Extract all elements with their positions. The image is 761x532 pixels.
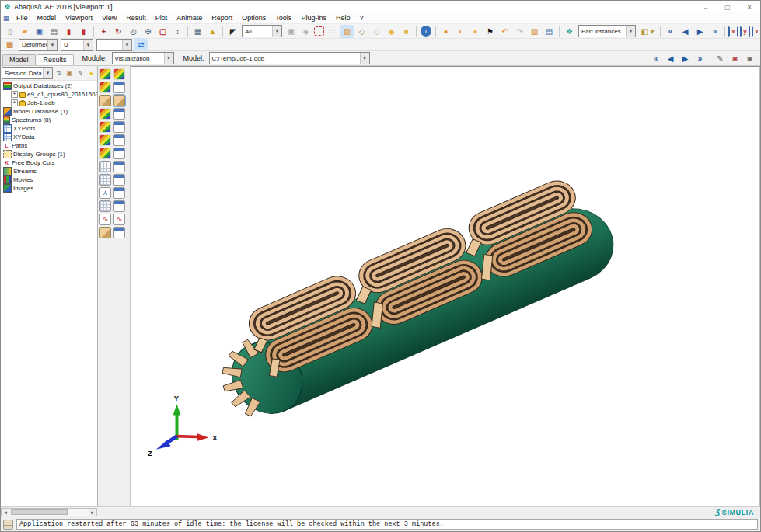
tree-free-body-cuts[interactable]: KFree Body Cuts [1, 158, 97, 167]
record-animation-icon[interactable]: ◙ [728, 52, 742, 65]
color-code-icon[interactable]: ▧ [340, 25, 354, 38]
tree-xyplots[interactable]: XYPlots [1, 124, 97, 133]
print-icon[interactable]: ▤ [47, 25, 61, 38]
tree-odb-job-1[interactable]: +Job-1.odb [1, 99, 97, 107]
tab-results[interactable]: Results [37, 54, 74, 65]
color-mappings-combo[interactable]: Part instances▼ [578, 25, 636, 37]
measure-icon[interactable]: ▲ [206, 25, 219, 38]
first-frame-icon[interactable]: « [649, 52, 662, 65]
toolbox-free-body-cut-manager[interactable] [99, 227, 111, 238]
toolbox-xy-data-manager[interactable] [113, 200, 125, 212]
toolbox-harmonic-options[interactable] [113, 161, 125, 172]
tree-output-databases[interactable]: Output Databases (2) [1, 82, 97, 90]
menu-options[interactable]: Options [237, 14, 271, 22]
chevron-down-icon[interactable]: ▼ [164, 53, 173, 64]
menu-help[interactable]: Help [331, 14, 355, 22]
viewport-canvas[interactable]: Y X Z [131, 66, 760, 506]
toolbox-result-options[interactable] [113, 174, 125, 186]
chevron-down-icon[interactable]: ▼ [122, 40, 131, 50]
previous-frame-icon[interactable]: ◀ [679, 25, 692, 38]
expander-icon[interactable]: + [11, 91, 18, 98]
query-info-icon[interactable]: i [421, 26, 431, 37]
tree-paths[interactable]: LPaths [1, 141, 97, 150]
scroll-left-icon[interactable]: ◂ [2, 509, 9, 516]
pan-view-icon[interactable]: + [97, 25, 110, 38]
edit-tree-icon[interactable]: ✎ [75, 68, 86, 78]
select-cursor-icon[interactable]: ◤ [226, 25, 239, 38]
toolbox-plot-contours[interactable] [99, 95, 111, 106]
snapshot-icon[interactable]: ◙ [743, 52, 756, 65]
menu-result[interactable]: Result [121, 14, 151, 22]
highlight-selections-icon[interactable]: ∷ [326, 25, 339, 38]
menu-animate[interactable]: Animate [172, 14, 207, 22]
field-output-icon[interactable]: ▩ [3, 38, 16, 51]
next-frame-icon[interactable]: ▶ [679, 52, 692, 65]
tree-streams[interactable]: Streams [1, 167, 97, 176]
chevron-down-icon[interactable]: ▼ [360, 53, 369, 64]
tree-display-groups[interactable]: Display Groups (1) [1, 150, 97, 158]
primary-variable-combo[interactable]: U▼ [61, 39, 93, 51]
apply-back-view-icon[interactable]: y [740, 26, 750, 37]
plot-state-combo[interactable]: Deformed▼ [19, 39, 58, 51]
toolbox-superimpose-options[interactable] [113, 82, 125, 93]
last-frame-icon[interactable]: » [708, 25, 721, 38]
toolbox-plot-undeformed-shape[interactable] [99, 68, 111, 80]
scrollbar-track[interactable] [9, 509, 89, 516]
toolbox-animate-time-history[interactable] [99, 148, 111, 159]
chevron-down-icon[interactable]: ▼ [43, 68, 52, 78]
fit-view-icon[interactable]: ▢ [156, 25, 169, 38]
tab-model[interactable]: Model [2, 54, 36, 65]
toolbox-contour-options[interactable] [113, 95, 125, 106]
tree-odb-e9-c1-cpus80[interactable]: +e9_c1_cpus80_20161563998183.248.odb [1, 90, 97, 99]
toolbox-time-history-options[interactable] [113, 148, 125, 159]
first-frame-icon[interactable]: « [664, 25, 677, 38]
magnify-icon[interactable]: ⊕ [141, 25, 155, 38]
copy-tree-icon[interactable]: ▣ [65, 68, 75, 78]
toolbox-path-manager[interactable]: ∿ [113, 214, 125, 225]
new-file-icon[interactable]: ▯ [3, 25, 16, 38]
toolbox-plot-deformed-shape[interactable] [99, 82, 111, 93]
tips-lightbulb-icon[interactable]: ● [86, 68, 96, 78]
create-display-group-icon[interactable]: ▧ [528, 25, 541, 38]
chevron-down-icon[interactable]: ▼ [626, 26, 635, 37]
color-cube-icon[interactable]: ◧ ▾ [638, 25, 657, 38]
select-inside-icon[interactable]: ◈ [299, 25, 312, 38]
display-group-manager-icon[interactable]: ▤ [543, 25, 556, 38]
module-combo[interactable]: Visualization ▼ [112, 52, 174, 64]
tree-spectrums[interactable]: Spectrums (8) [1, 116, 97, 124]
tree-scope-combo[interactable]: Session Data ▼ [2, 67, 53, 79]
tree-xydata[interactable]: XYData [1, 133, 97, 141]
menu-report[interactable]: Report [207, 14, 237, 22]
unmount-odb-icon[interactable]: ▮ [77, 25, 90, 38]
menu-model[interactable]: Model [33, 14, 61, 22]
toolbox-symbol-options[interactable] [113, 108, 125, 120]
menu-context-help[interactable]: ? [354, 14, 368, 22]
render-filled-icon[interactable]: ■ [400, 25, 413, 38]
toolbox-orientation-options[interactable] [113, 121, 125, 133]
menu-viewport[interactable]: Viewport [61, 14, 97, 22]
sync-viewports-icon[interactable]: ⇄ [134, 38, 148, 51]
rotate-view-icon[interactable]: ↻ [112, 25, 125, 38]
contour-small-icon[interactable]: ● [469, 25, 482, 38]
toolbox-animate-harmonic[interactable] [99, 161, 111, 172]
probe-values-icon[interactable]: ⚑ [483, 25, 497, 38]
toolbox-field-report-options[interactable] [113, 227, 125, 238]
expander-icon[interactable]: + [11, 99, 18, 106]
render-wireframe-icon[interactable]: ◇ [355, 25, 368, 38]
selection-filter-combo[interactable]: All▼ [242, 25, 282, 37]
select-from-all-icon[interactable]: ▣ [285, 25, 298, 38]
toolbox-common-plot-options[interactable] [113, 68, 125, 80]
annotate-icon[interactable]: ✎ [714, 52, 727, 65]
toolbox-plot-material-orientations[interactable] [99, 121, 111, 133]
menu-file[interactable]: File [12, 14, 33, 22]
cycle-results-icon[interactable]: ⇅ [54, 68, 64, 78]
toolbox-odb-display-options[interactable] [113, 187, 125, 199]
render-shaded-icon[interactable]: ◆ [385, 25, 398, 38]
zoom-dynamic-icon[interactable]: ◎ [127, 25, 140, 38]
toolbox-create-path[interactable]: ∿ [99, 214, 111, 225]
color-mappings-icon[interactable]: ❖ [563, 25, 576, 38]
views-toolbox-icon[interactable]: ▦ [191, 25, 204, 38]
refinement-combo[interactable]: ▼ [96, 39, 132, 51]
toolbox-animation-options[interactable] [113, 134, 125, 146]
toolbox-animate-scale-factor[interactable] [99, 134, 111, 146]
